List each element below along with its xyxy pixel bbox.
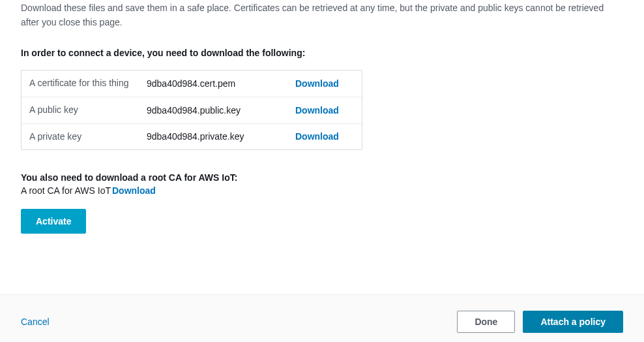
download-certificate-link[interactable]: Download	[295, 78, 339, 89]
activate-button[interactable]: Activate	[21, 209, 86, 234]
rootca-text: A root CA for AWS IoT	[21, 185, 111, 196]
download-private-key-link[interactable]: Download	[295, 131, 339, 142]
cancel-link[interactable]: Cancel	[21, 317, 50, 327]
intro-text: Download these files and save them in a …	[21, 0, 623, 29]
row-filename: 9dba40d984.private.key	[147, 131, 295, 142]
table-row: A certificate for this thing 9dba40d984.…	[22, 70, 362, 97]
row-filename: 9dba40d984.public.key	[147, 105, 295, 116]
table-row: A public key 9dba40d984.public.key Downl…	[22, 97, 362, 124]
attach-policy-button[interactable]: Attach a policy	[523, 311, 623, 333]
row-filename: 9dba40d984.cert.pem	[147, 78, 295, 89]
download-heading: In order to connect a device, you need t…	[21, 48, 623, 58]
done-button[interactable]: Done	[457, 311, 515, 333]
table-row: A private key 9dba40d984.private.key Dow…	[22, 124, 362, 150]
download-table: A certificate for this thing 9dba40d984.…	[21, 70, 362, 150]
row-label: A private key	[29, 131, 147, 144]
download-rootca-link[interactable]: Download	[112, 185, 156, 196]
rootca-heading: You also need to download a root CA for …	[21, 172, 623, 183]
footer-bar: Cancel Done Attach a policy	[0, 294, 644, 342]
row-label: A certificate for this thing	[29, 77, 147, 90]
rootca-line: A root CA for AWS IoTDownload	[21, 185, 623, 196]
row-label: A public key	[29, 104, 147, 117]
download-public-key-link[interactable]: Download	[295, 105, 339, 116]
